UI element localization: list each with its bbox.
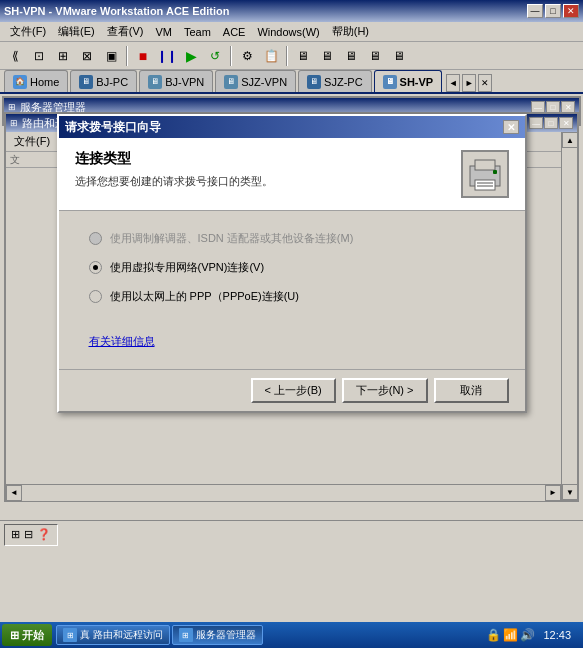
taskbar-items: ⊞ 真 路由和远程访问 ⊞ 服务器管理器 — [56, 625, 478, 645]
menu-team[interactable]: Team — [178, 25, 217, 39]
tab-home[interactable]: 🏠 Home — [4, 70, 68, 92]
tab-shvp-label: SH-VP — [400, 76, 434, 88]
tab-bj-pc[interactable]: 🖥 BJ-PC — [70, 70, 137, 92]
toolbar-btn-8[interactable]: 🖥 — [316, 45, 338, 67]
dialog-footer: < 上一步(B) 下一步(N) > 取消 — [59, 369, 525, 411]
svg-rect-3 — [493, 170, 497, 174]
tab-nav-close[interactable]: ✕ — [478, 74, 492, 92]
toolbar-separator-1 — [126, 46, 128, 66]
status-bar: ⊞ ⊟ ❓ — [0, 520, 583, 548]
menu-ace[interactable]: ACE — [217, 25, 252, 39]
status-icon-1: ⊞ — [11, 528, 20, 541]
dialog-title-bar: 请求拨号接口向导 ✕ — [59, 116, 525, 138]
taskbar-routing-label: 真 路由和远程访问 — [80, 628, 163, 642]
tab-home-label: Home — [30, 76, 59, 88]
menu-bar: 文件(F) 编辑(E) 查看(V) VM Team ACE Windows(W)… — [0, 22, 583, 42]
tab-sjzvpn-icon: 🖥 — [224, 75, 238, 89]
toolbar-btn-9[interactable]: 🖥 — [340, 45, 362, 67]
start-button[interactable]: ⊞ 开始 — [2, 624, 52, 646]
tab-sjzpc-label: SJZ-PC — [324, 76, 363, 88]
taskbar-sys-tray: 🔒 📶 🔊 12:43 — [482, 628, 581, 642]
radio-modem-input[interactable] — [89, 232, 102, 245]
menu-edit[interactable]: 编辑(E) — [52, 23, 101, 40]
toolbar-btn-7[interactable]: 🖥 — [292, 45, 314, 67]
taskbar-routing[interactable]: ⊞ 真 路由和远程访问 — [56, 625, 170, 645]
taskbar: ⊞ 开始 ⊞ 真 路由和远程访问 ⊞ 服务器管理器 🔒 📶 🔊 12:43 — [0, 622, 583, 648]
tab-bjvpn-label: BJ-VPN — [165, 76, 204, 88]
svg-rect-1 — [475, 160, 495, 170]
status-icon-2: ⊟ — [24, 528, 33, 541]
dialog-header-icon — [461, 150, 509, 198]
tab-sjz-vpn[interactable]: 🖥 SJZ-VPN — [215, 70, 296, 92]
cancel-button[interactable]: 取消 — [434, 378, 509, 403]
toolbar: ⟪ ⊡ ⊞ ⊠ ▣ ■ ❙❙ ▶ ↺ ⚙ 📋 🖥 🖥 🖥 🖥 🖥 — [0, 42, 583, 70]
radio-item-modem: 使用调制解调器、ISDN 适配器或其他设备连接(M) — [89, 231, 495, 246]
maximize-button[interactable]: □ — [545, 4, 561, 18]
tab-nav-right[interactable]: ► — [462, 74, 476, 92]
tab-bj-vpn[interactable]: 🖥 BJ-VPN — [139, 70, 213, 92]
toolbar-btn-5[interactable]: ▣ — [100, 45, 122, 67]
close-button[interactable]: ✕ — [563, 4, 579, 18]
tab-nav-left[interactable]: ◄ — [446, 74, 460, 92]
toolbar-btn-2[interactable]: ⊡ — [28, 45, 50, 67]
toolbar-btn-pause[interactable]: ❙❙ — [156, 45, 178, 67]
title-bar-controls: — □ ✕ — [527, 4, 579, 18]
toolbar-btn-4[interactable]: ⊠ — [76, 45, 98, 67]
taskbar-server-mgr[interactable]: ⊞ 服务器管理器 — [172, 625, 263, 645]
radio-group: 使用调制解调器、ISDN 适配器或其他设备连接(M) 使用虚拟专用网络(VPN)… — [89, 231, 495, 304]
printer-icon — [465, 154, 505, 194]
wizard-dialog: 请求拨号接口向导 ✕ 连接类型 选择您想要创建的请求拨号接口的类型。 — [57, 114, 527, 413]
toolbar-btn-11[interactable]: 🖥 — [388, 45, 410, 67]
menu-help[interactable]: 帮助(H) — [326, 23, 375, 40]
taskbar-server-icon: ⊞ — [179, 628, 193, 642]
svg-rect-5 — [477, 185, 493, 187]
dialog-section-desc: 选择您想要创建的请求拨号接口的类型。 — [75, 174, 273, 189]
dialog-body: 使用调制解调器、ISDN 适配器或其他设备连接(M) 使用虚拟专用网络(VPN)… — [59, 211, 525, 369]
info-link[interactable]: 有关详细信息 — [89, 334, 495, 349]
toolbar-btn-6[interactable]: 📋 — [260, 45, 282, 67]
dialog-header: 连接类型 选择您想要创建的请求拨号接口的类型。 — [59, 138, 525, 211]
minimize-button[interactable]: — — [527, 4, 543, 18]
next-button[interactable]: 下一步(N) > — [342, 378, 428, 403]
radio-pppoe-input[interactable] — [89, 290, 102, 303]
radio-vpn-label: 使用虚拟专用网络(VPN)连接(V) — [110, 260, 265, 275]
taskbar-sys-icon-2: 📶 — [503, 628, 518, 642]
taskbar-routing-icon: ⊞ — [63, 628, 77, 642]
taskbar-server-label: 服务器管理器 — [196, 628, 256, 642]
tab-bjpc-label: BJ-PC — [96, 76, 128, 88]
menu-windows[interactable]: Windows(W) — [251, 25, 325, 39]
taskbar-clock: 12:43 — [537, 629, 577, 641]
status-item-1: ⊞ ⊟ ❓ — [4, 524, 58, 546]
toolbar-separator-3 — [286, 46, 288, 66]
tab-sjz-pc[interactable]: 🖥 SJZ-PC — [298, 70, 372, 92]
tab-shvp-icon: 🖥 — [383, 75, 397, 89]
toolbar-separator-2 — [230, 46, 232, 66]
menu-view[interactable]: 查看(V) — [101, 23, 150, 40]
toolbar-btn-10[interactable]: 🖥 — [364, 45, 386, 67]
tabs-nav: ◄ ► ✕ — [446, 74, 492, 92]
radio-item-vpn: 使用虚拟专用网络(VPN)连接(V) — [89, 260, 495, 275]
toolbar-btn-1[interactable]: ⟪ — [4, 45, 26, 67]
dialog-section-title: 连接类型 — [75, 150, 273, 168]
menu-file[interactable]: 文件(F) — [4, 23, 52, 40]
radio-vpn-input[interactable] — [89, 261, 102, 274]
main-area: ⊞ 服务器管理器 — □ ✕ ⊞ 路由和远程访问 — □ ✕ 文件(F) — [0, 94, 583, 518]
dialog-close-button[interactable]: ✕ — [503, 120, 519, 134]
taskbar-sys-icon-3: 🔊 — [520, 628, 535, 642]
back-button[interactable]: < 上一步(B) — [251, 378, 336, 403]
tab-bjvpn-icon: 🖥 — [148, 75, 162, 89]
toolbar-btn-power[interactable]: ■ — [132, 45, 154, 67]
dialog-title-controls: ✕ — [503, 120, 519, 134]
menu-vm[interactable]: VM — [149, 25, 178, 39]
dialog-title-text: 请求拨号接口向导 — [65, 119, 161, 136]
svg-rect-4 — [477, 182, 493, 184]
toolbar-btn-play[interactable]: ▶ — [180, 45, 202, 67]
start-label: 开始 — [22, 628, 44, 643]
status-icon-3: ❓ — [37, 528, 51, 541]
tab-sh-vp[interactable]: 🖥 SH-VP — [374, 70, 443, 92]
toolbar-btn-reset[interactable]: ↺ — [204, 45, 226, 67]
tab-bjpc-icon: 🖥 — [79, 75, 93, 89]
toolbar-btn-3[interactable]: ⊞ — [52, 45, 74, 67]
tab-sjzvpn-label: SJZ-VPN — [241, 76, 287, 88]
toolbar-btn-settings[interactable]: ⚙ — [236, 45, 258, 67]
